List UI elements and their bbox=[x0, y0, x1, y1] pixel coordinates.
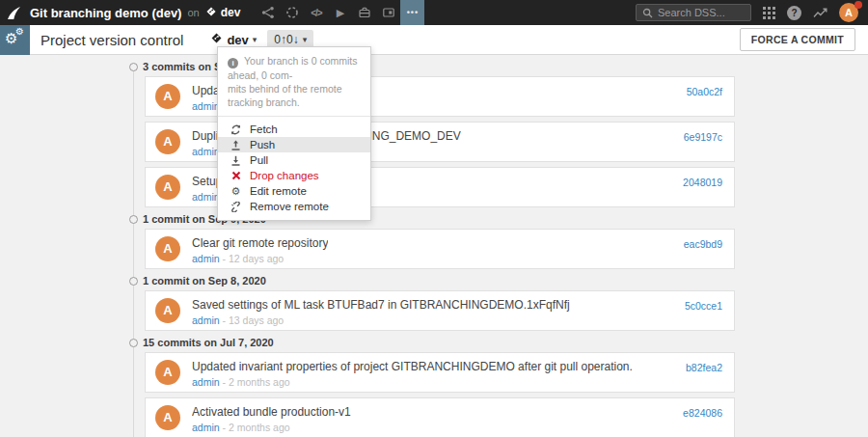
branch-status-line1: Your branch is 0 commits ahead, 0 com- bbox=[228, 55, 358, 81]
commit-time: 2 months ago bbox=[229, 376, 290, 388]
commit-avatar: A bbox=[155, 175, 180, 200]
commit-hash[interactable]: 5c0cce1 bbox=[685, 300, 722, 312]
commit-author[interactable]: admin bbox=[192, 376, 220, 388]
commit-hash[interactable]: b82fea2 bbox=[686, 362, 722, 373]
git-branch-icon bbox=[205, 6, 217, 20]
commit-author[interactable]: admin bbox=[192, 146, 220, 157]
commit-meta: admin - 12 days ago bbox=[192, 253, 284, 264]
page-header: ⚙ ⚙ Project version control dev ▾ 0↑0↓ ▾… bbox=[0, 25, 868, 55]
menu-item-fetch[interactable]: Fetch bbox=[218, 122, 370, 137]
commit-title: Updated invariant properties of project … bbox=[192, 360, 633, 373]
search-icon bbox=[642, 8, 653, 18]
commit-author[interactable]: admin bbox=[192, 314, 220, 326]
commit-card: A Clear git remote repository admin - 12… bbox=[145, 229, 735, 269]
commit-title: Saved settings of ML task BTUFBad7 in GI… bbox=[192, 298, 570, 312]
avatar[interactable]: A bbox=[839, 3, 858, 22]
gear-small-glyph: ⚙ bbox=[15, 27, 24, 37]
menu-item-drop-changes[interactable]: Drop changes bbox=[218, 168, 370, 183]
commit-avatar: A bbox=[155, 129, 180, 154]
group-header-label: 1 commit on Sep 8, 2020 bbox=[143, 275, 868, 287]
branch-selector[interactable]: dev ▾ bbox=[210, 32, 257, 47]
branch-selector-label: dev bbox=[227, 33, 248, 47]
commit-separator: - bbox=[223, 376, 227, 388]
avatar-letter: A bbox=[845, 7, 853, 18]
commit-hash[interactable]: 2048019 bbox=[683, 177, 722, 188]
trend-icon[interactable] bbox=[813, 7, 827, 19]
commit-hash[interactable]: 50a0c2f bbox=[687, 86, 722, 97]
avatar-letter: A bbox=[163, 89, 172, 103]
more-icon[interactable]: ••• bbox=[400, 0, 424, 25]
menu-item-label: Push bbox=[250, 139, 275, 150]
commit-groups: 3 commits on Sep 21, 2020 A Updated name… bbox=[0, 55, 868, 437]
unlink-icon bbox=[230, 202, 242, 212]
commit-meta: admin - 2 months ago bbox=[192, 376, 290, 388]
avatar-letter: A bbox=[163, 134, 172, 149]
commit-author[interactable]: admin bbox=[192, 100, 220, 112]
search-box[interactable] bbox=[636, 4, 751, 21]
menu-item-label: Edit remote bbox=[250, 185, 307, 197]
push-icon bbox=[230, 140, 242, 150]
menu-item-label: Pull bbox=[250, 154, 268, 166]
on-label: on bbox=[187, 7, 199, 18]
commit-meta: admin - 13 days ago bbox=[192, 314, 284, 326]
commit-avatar: A bbox=[155, 360, 180, 385]
menu-item-edit-remote[interactable]: ⚙ Edit remote bbox=[218, 183, 370, 199]
commit-separator: - bbox=[223, 314, 227, 326]
play-icon[interactable]: ▶ bbox=[328, 0, 352, 25]
menu-item-label: Drop changes bbox=[250, 170, 319, 181]
chevron-down-icon: ▾ bbox=[253, 35, 258, 44]
commit-time: 2 months ago bbox=[229, 422, 290, 433]
flow-icon[interactable] bbox=[256, 0, 280, 25]
menu-item-label: Remove remote bbox=[250, 201, 329, 212]
commit-author[interactable]: admin bbox=[192, 191, 220, 203]
menu-item-push[interactable]: Push bbox=[218, 137, 370, 152]
apps-grid-icon[interactable] bbox=[763, 7, 775, 19]
ahead-behind-counts: 0↑0↓ bbox=[274, 33, 298, 46]
group-header-label: 15 commits on Jul 7, 2020 bbox=[143, 337, 868, 349]
avatar-letter: A bbox=[163, 241, 172, 256]
avatar-letter: A bbox=[163, 410, 172, 424]
commit-avatar: A bbox=[155, 84, 180, 109]
remote-actions-dropdown: iYour branch is 0 commits ahead, 0 com- … bbox=[217, 46, 371, 221]
commit-hash[interactable]: eac9bd9 bbox=[684, 238, 722, 250]
menu-item-label: Fetch bbox=[250, 123, 278, 135]
commit-group: 3 commits on Sep 21, 2020 A Updated name… bbox=[0, 61, 868, 207]
commit-group: 1 commit on Sep 9, 2020 A Clear git remo… bbox=[0, 213, 868, 269]
commit-time: 13 days ago bbox=[229, 314, 284, 326]
menu-item-pull[interactable]: Pull bbox=[218, 152, 370, 168]
dashboard-icon[interactable] bbox=[376, 0, 400, 25]
navbar-right: ? A bbox=[636, 3, 868, 22]
commit-title: Clear git remote repository bbox=[192, 236, 328, 250]
menu-item-remove-remote[interactable]: Remove remote bbox=[218, 199, 370, 214]
commit-group: 15 commits on Jul 7, 2020 A Updated inva… bbox=[0, 337, 868, 437]
commit-author[interactable]: admin bbox=[192, 422, 220, 433]
commit-time: 12 days ago bbox=[229, 253, 284, 264]
commit-separator: - bbox=[223, 253, 227, 264]
force-commit-button[interactable]: FORCE A COMMIT bbox=[740, 28, 855, 51]
code-icon[interactable]: </> bbox=[304, 0, 328, 25]
project-title-link[interactable]: Git branching demo (dev) bbox=[30, 6, 181, 20]
commit-card: A Activated bundle production-v1 admin -… bbox=[145, 397, 735, 437]
avatar-letter: A bbox=[163, 303, 172, 317]
branch-status-line2: mits behind of the remote tracking branc… bbox=[228, 83, 341, 108]
search-input[interactable] bbox=[658, 7, 745, 18]
info-icon: i bbox=[228, 58, 238, 68]
navbar-branch-chip[interactable]: dev bbox=[205, 6, 241, 20]
commit-author[interactable]: admin bbox=[192, 253, 220, 264]
help-icon[interactable]: ? bbox=[787, 6, 801, 20]
commit-history-panel: 3 commits on Sep 21, 2020 A Updated name… bbox=[0, 55, 868, 437]
commit-card: A Updated invariant properties of projec… bbox=[145, 352, 735, 393]
notification-dot bbox=[854, 1, 862, 9]
remote-actions-list: Fetch Push Pull Drop changes ⚙ Edit remo… bbox=[218, 117, 370, 220]
git-branch-icon bbox=[210, 32, 223, 47]
lab-icon[interactable] bbox=[280, 0, 304, 25]
jobs-icon[interactable] bbox=[352, 0, 376, 25]
branch-status-info: iYour branch is 0 commits ahead, 0 com- … bbox=[218, 47, 370, 117]
commit-avatar: A bbox=[155, 236, 180, 261]
commit-hash[interactable]: 6e9197c bbox=[684, 131, 722, 143]
avatar-letter: A bbox=[163, 179, 172, 194]
commit-title: Activated bundle production-v1 bbox=[192, 405, 351, 419]
commit-card: A Saved settings of ML task BTUFBad7 in … bbox=[145, 290, 735, 331]
dataiku-logo[interactable] bbox=[0, 0, 27, 25]
commit-hash[interactable]: e824086 bbox=[683, 407, 722, 419]
